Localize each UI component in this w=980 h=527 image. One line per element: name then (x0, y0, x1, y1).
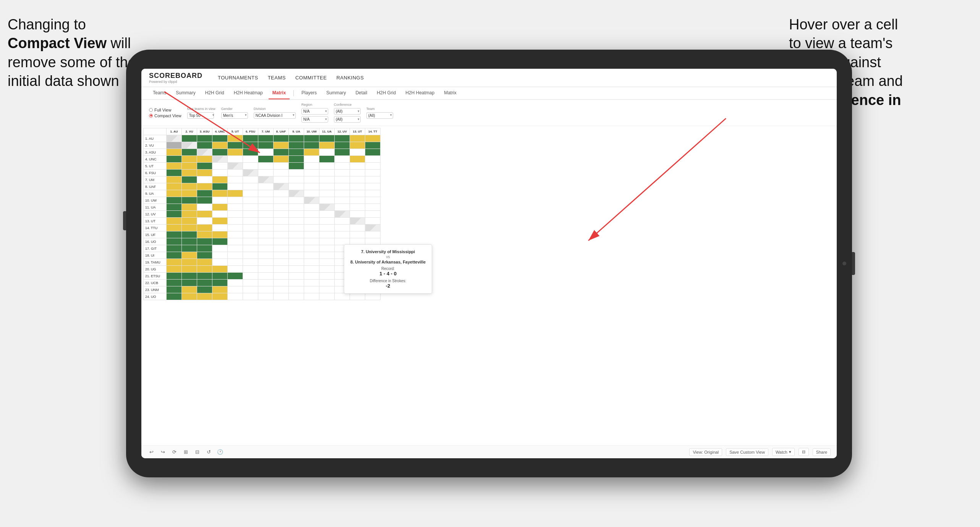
matrix-cell[interactable] (304, 163, 319, 170)
matrix-cell[interactable] (304, 142, 319, 149)
tab-matrix-right[interactable]: Matrix (440, 87, 460, 99)
matrix-cell[interactable] (319, 183, 335, 190)
matrix-cell[interactable] (319, 204, 335, 211)
matrix-cell[interactable] (228, 156, 243, 163)
matrix-cell[interactable] (350, 225, 365, 231)
matrix-cell[interactable] (365, 231, 381, 238)
matrix-cell[interactable] (289, 135, 304, 142)
matrix-cell[interactable] (274, 266, 289, 273)
matrix-cell[interactable] (228, 183, 243, 190)
matrix-cell[interactable] (182, 293, 197, 300)
matrix-cell[interactable] (274, 293, 289, 300)
matrix-cell[interactable] (197, 197, 212, 204)
matrix-cell[interactable] (289, 149, 304, 156)
matrix-cell[interactable] (167, 183, 182, 190)
matrix-cell[interactable] (319, 252, 335, 259)
matrix-cell[interactable] (289, 286, 304, 293)
gender-select[interactable]: Men's (221, 112, 248, 119)
matrix-cell[interactable] (365, 293, 381, 300)
matrix-cell[interactable] (289, 273, 304, 280)
tab-h2h-heatmap-right[interactable]: H2H Heatmap (402, 87, 438, 99)
matrix-cell[interactable] (228, 252, 243, 259)
matrix-cell[interactable] (274, 204, 289, 211)
matrix-cell[interactable] (274, 259, 289, 266)
matrix-cell[interactable] (319, 142, 335, 149)
matrix-cell[interactable] (167, 218, 182, 225)
matrix-cell[interactable] (167, 231, 182, 238)
tab-teams[interactable]: Teams (149, 87, 170, 99)
matrix-cell[interactable] (167, 204, 182, 211)
matrix-cell[interactable] (212, 225, 228, 231)
nav-tournaments[interactable]: TOURNAMENTS (218, 75, 258, 81)
matrix-cell[interactable] (243, 225, 258, 231)
matrix-cell[interactable] (212, 163, 228, 170)
nav-committee[interactable]: COMMITTEE (295, 75, 327, 81)
matrix-cell[interactable] (304, 156, 319, 163)
matrix-cell[interactable] (243, 252, 258, 259)
matrix-cell[interactable] (274, 190, 289, 197)
region-select2[interactable]: N/A (301, 116, 328, 123)
matrix-cell[interactable] (289, 176, 304, 183)
matrix-cell[interactable] (167, 135, 182, 142)
matrix-cell[interactable] (319, 156, 335, 163)
matrix-cell[interactable] (182, 163, 197, 170)
matrix-cell[interactable] (274, 135, 289, 142)
matrix-cell[interactable] (258, 225, 274, 231)
matrix-cell[interactable] (243, 149, 258, 156)
matrix-cell[interactable] (274, 211, 289, 218)
matrix-cell[interactable] (350, 176, 365, 183)
matrix-cell[interactable] (304, 266, 319, 273)
matrix-cell[interactable] (258, 280, 274, 286)
matrix-cell[interactable] (304, 176, 319, 183)
matrix-cell[interactable] (289, 142, 304, 149)
matrix-cell[interactable] (350, 149, 365, 156)
matrix-cell[interactable] (258, 204, 274, 211)
matrix-cell[interactable] (258, 149, 274, 156)
matrix-cell[interactable] (350, 183, 365, 190)
matrix-cell[interactable] (167, 176, 182, 183)
matrix-cell[interactable] (319, 176, 335, 183)
division-select[interactable]: NCAA Division I (254, 112, 296, 119)
matrix-cell[interactable] (350, 135, 365, 142)
matrix-cell[interactable] (197, 286, 212, 293)
matrix-cell[interactable] (182, 273, 197, 280)
matrix-cell[interactable] (350, 238, 365, 245)
matrix-cell[interactable] (258, 218, 274, 225)
matrix-cell[interactable] (350, 156, 365, 163)
matrix-cell[interactable] (365, 238, 381, 245)
matrix-cell[interactable] (167, 252, 182, 259)
matrix-cell[interactable] (243, 245, 258, 252)
matrix-cell[interactable] (319, 170, 335, 176)
matrix-cell[interactable] (274, 142, 289, 149)
matrix-cell[interactable] (243, 176, 258, 183)
matrix-cell[interactable] (350, 142, 365, 149)
matrix-cell[interactable] (243, 286, 258, 293)
matrix-cell[interactable] (258, 273, 274, 280)
matrix-cell[interactable] (182, 204, 197, 211)
matrix-cell[interactable] (212, 231, 228, 238)
matrix-cell[interactable] (228, 266, 243, 273)
matrix-cell[interactable] (182, 280, 197, 286)
matrix-cell[interactable] (182, 197, 197, 204)
matrix-cell[interactable] (258, 211, 274, 218)
matrix-cell[interactable] (228, 163, 243, 170)
matrix-cell[interactable] (167, 286, 182, 293)
matrix-cell[interactable] (243, 135, 258, 142)
matrix-cell[interactable] (167, 190, 182, 197)
matrix-cell[interactable] (289, 183, 304, 190)
conference-select[interactable]: (All) (334, 108, 361, 115)
matrix-cell[interactable] (258, 231, 274, 238)
matrix-cell[interactable] (304, 197, 319, 204)
matrix-cell[interactable] (274, 218, 289, 225)
matrix-cell[interactable] (350, 170, 365, 176)
matrix-cell[interactable] (197, 149, 212, 156)
matrix-cell[interactable] (197, 204, 212, 211)
matrix-cell[interactable] (319, 231, 335, 238)
matrix-cell[interactable] (212, 135, 228, 142)
matrix-cell[interactable] (319, 190, 335, 197)
matrix-cell[interactable] (182, 218, 197, 225)
matrix-cell[interactable] (365, 135, 381, 142)
matrix-cell[interactable] (304, 211, 319, 218)
matrix-cell[interactable] (350, 197, 365, 204)
matrix-cell[interactable] (365, 204, 381, 211)
